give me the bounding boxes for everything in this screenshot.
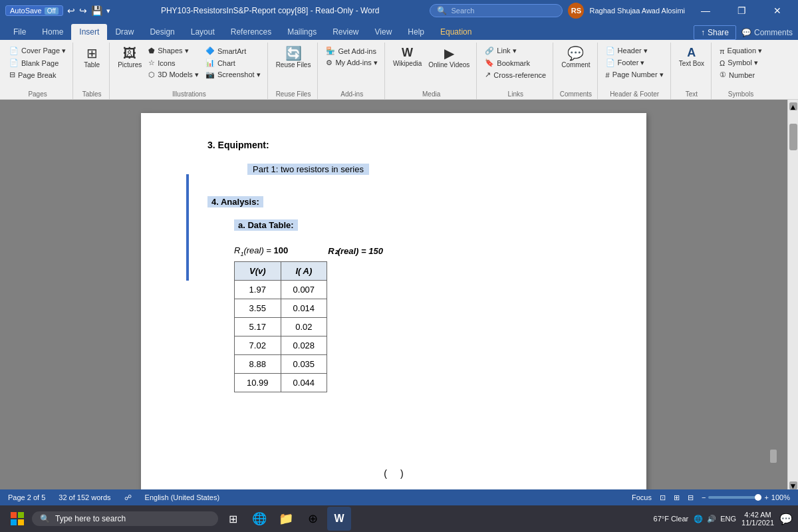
zoom-control[interactable]: − + 100% <box>702 493 790 501</box>
language-icon[interactable]: ENG <box>720 515 736 523</box>
blank-page-button[interactable]: 📄 Blank Page <box>7 57 68 68</box>
autosave-toggle[interactable]: AutoSave Off <box>5 5 63 16</box>
voltage-cell: 7.02 <box>235 336 281 354</box>
pages-label: Pages <box>28 90 47 99</box>
header-button[interactable]: 📄 Header ▾ <box>603 45 666 57</box>
close-button[interactable]: ✕ <box>762 0 793 21</box>
view-mode-layout[interactable]: ⊞ <box>674 493 680 502</box>
toggle-state[interactable]: Off <box>45 7 59 15</box>
icons-button[interactable]: ☆ Icons <box>146 57 201 68</box>
view-mode-read[interactable]: ⊡ <box>660 493 666 502</box>
start-button[interactable] <box>5 507 29 531</box>
taskbar-explorer[interactable]: 📁 <box>274 507 298 531</box>
table-button[interactable]: ⊞ Table <box>78 45 105 70</box>
pictures-icon: 🖼 <box>123 47 136 60</box>
user-initials: RS <box>571 7 581 15</box>
zoom-slider[interactable] <box>708 496 761 499</box>
comments-button[interactable]: 💬 Comments <box>741 28 793 37</box>
taskbar-search-placeholder: Type here to search <box>55 514 126 523</box>
undo-icon[interactable]: ↩ <box>67 5 75 16</box>
current-cell: 0.035 <box>281 354 327 373</box>
share-button[interactable]: ↑ Share <box>694 25 736 40</box>
tab-view[interactable]: View <box>367 24 400 40</box>
equation-button[interactable]: π Equation ▾ <box>717 45 765 57</box>
redo-icon[interactable]: ↪ <box>79 5 87 16</box>
volume-icon[interactable]: 🔊 <box>707 515 716 523</box>
reuse-items: 🔄 Reuse Files <box>273 43 314 90</box>
text-box-button[interactable]: A Text Box <box>676 45 707 69</box>
zoom-out-button[interactable]: − <box>702 493 706 501</box>
scrollbar-thumb[interactable] <box>789 124 797 150</box>
symbols-small: π Equation ▾ Ω Symbol ▾ ① Number <box>717 45 765 80</box>
network-icon[interactable]: 🌐 <box>694 515 703 523</box>
shapes-button[interactable]: ⬟ Shapes ▾ <box>146 45 201 57</box>
reuse-files-button[interactable]: 🔄 Reuse Files <box>273 45 314 70</box>
tab-equation[interactable]: Equation <box>432 24 479 40</box>
document-scroll[interactable]: 3. Equipment: Part 1: two resistors in s… <box>0 100 787 489</box>
pictures-button[interactable]: 🖼 Pictures <box>115 45 144 70</box>
scrollbar-down-button[interactable]: ▼ <box>789 481 797 489</box>
taskbar-task-view[interactable]: ⊞ <box>221 507 245 531</box>
wikipedia-button[interactable]: W Wikipedia <box>390 45 424 69</box>
taskbar-word[interactable]: W <box>327 507 351 531</box>
page-break-button[interactable]: ⊟ Page Break <box>7 69 68 80</box>
edge-icon: 🌐 <box>252 511 267 526</box>
focus-button[interactable]: Focus <box>632 493 652 501</box>
save-icon[interactable]: 💾 <box>91 5 102 16</box>
link-button[interactable]: 🔗 Link ▾ <box>482 45 549 57</box>
title-bar-left: AutoSave Off ↩ ↪ 💾 ▾ <box>5 5 110 16</box>
tab-home[interactable]: Home <box>34 24 71 40</box>
tab-draw[interactable]: Draw <box>107 24 142 40</box>
user-avatar[interactable]: RS <box>568 3 584 19</box>
online-videos-button[interactable]: ▶ Online Videos <box>426 45 472 70</box>
notification-icon[interactable]: 💬 <box>779 513 793 525</box>
addins-items: 🏪 Get Add-ins ⚙ My Add-ins ▾ <box>323 43 380 90</box>
tab-layout[interactable]: Layout <box>183 24 223 40</box>
ribbon-group-media: W Wikipedia ▶ Online Videos Media <box>386 43 477 99</box>
footer-close-paren: ) <box>400 468 404 479</box>
table-row: 8.880.035 <box>235 354 327 373</box>
zoom-in-button[interactable]: + <box>764 493 768 501</box>
tab-help[interactable]: Help <box>400 24 432 40</box>
table-label: Table <box>84 61 100 69</box>
tab-mailings[interactable]: Mailings <box>279 24 325 40</box>
minimize-button[interactable]: — <box>690 0 721 21</box>
tab-file[interactable]: File <box>5 24 34 40</box>
comment-ribbon-label: Comment <box>561 61 590 69</box>
tab-review[interactable]: Review <box>325 24 366 40</box>
scrollbar-up-button[interactable]: ▲ <box>789 102 797 110</box>
comment-button[interactable]: 💬 Comment <box>559 45 593 70</box>
voltage-cell: 3.55 <box>235 299 281 317</box>
tab-references[interactable]: References <box>223 24 279 40</box>
symbol-button[interactable]: Ω Symbol ▾ <box>717 57 765 68</box>
footer-icon: 📄 <box>606 59 615 67</box>
footer-button[interactable]: 📄 Footer ▾ <box>603 57 666 68</box>
shapes-label: Shapes ▾ <box>158 47 188 55</box>
tab-insert[interactable]: Insert <box>71 24 107 40</box>
taskbar-search[interactable]: 🔍 Type here to search <box>32 511 218 526</box>
document-scrollbar[interactable]: ▲ ▼ <box>787 100 798 489</box>
cross-reference-button[interactable]: ↗ Cross-reference <box>482 69 549 80</box>
3d-models-button[interactable]: ⬡ 3D Models ▾ <box>146 69 201 80</box>
taskbar-clock[interactable]: 4:42 AM 11/1/2021 <box>741 511 774 527</box>
smartart-button[interactable]: 🔷 SmartArt <box>203 45 263 57</box>
page-number-button[interactable]: # Page Number ▾ <box>603 69 666 80</box>
view-mode-web[interactable]: ⊟ <box>688 493 694 502</box>
wikipedia-icon: W <box>402 47 413 59</box>
screenshot-button[interactable]: 📷 Screenshot ▾ <box>203 69 263 80</box>
document-title: PHY103-ResistorsInS&P-Report copy[88] - … <box>110 6 430 15</box>
cross-ref-icon: ↗ <box>485 70 491 79</box>
table-row: 1.970.007 <box>235 280 327 299</box>
tab-design[interactable]: Design <box>142 24 182 40</box>
taskbar-chrome[interactable]: ⊕ <box>301 507 325 531</box>
chart-button[interactable]: 📊 Chart <box>203 57 263 68</box>
taskbar-edge[interactable]: 🌐 <box>247 507 271 531</box>
cover-page-button[interactable]: 📄 Cover Page ▾ <box>7 45 68 57</box>
my-addins-button[interactable]: ⚙ My Add-ins ▾ <box>323 57 380 68</box>
ribbon-tabs: File Home Insert Draw Design Layout Refe… <box>0 21 798 40</box>
bookmark-button[interactable]: 🔖 Bookmark <box>482 57 549 68</box>
get-addins-button[interactable]: 🏪 Get Add-ins <box>323 45 380 57</box>
restore-button[interactable]: ❐ <box>726 0 757 21</box>
number-button[interactable]: ① Number <box>717 69 765 80</box>
search-bar[interactable]: 🔍 Search <box>430 4 563 17</box>
